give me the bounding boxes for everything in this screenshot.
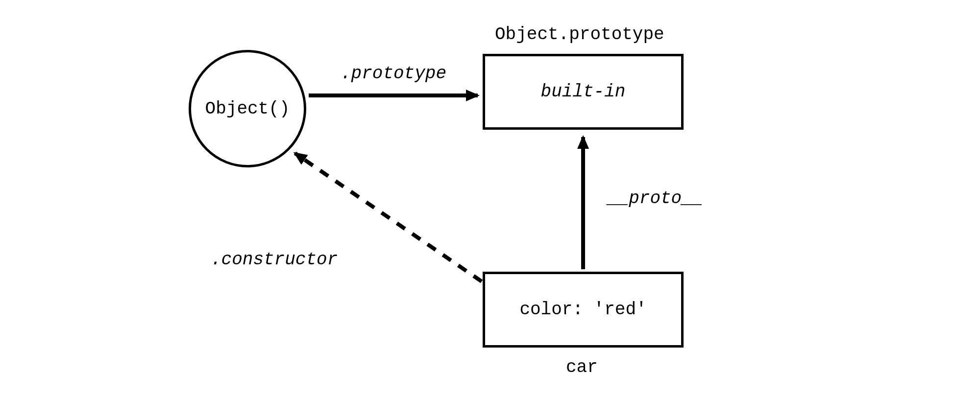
node-car: color: 'red'	[483, 272, 684, 348]
label-object-prototype-title: Object.prototype	[495, 24, 664, 45]
node-object-function-label: Object()	[205, 99, 290, 119]
label-edge-constructor: .constructor	[211, 250, 338, 270]
label-edge-prototype: .prototype	[341, 64, 446, 84]
node-object-prototype: built-in	[483, 54, 684, 130]
node-object-prototype-content: built-in	[541, 82, 626, 102]
label-car-title: car	[566, 357, 598, 377]
label-edge-proto: __proto__	[608, 188, 703, 209]
diagram-container: Object() Object.prototype built-in color…	[0, 0, 980, 420]
node-object-function: Object()	[189, 50, 306, 167]
node-car-content: color: 'red'	[519, 300, 646, 320]
